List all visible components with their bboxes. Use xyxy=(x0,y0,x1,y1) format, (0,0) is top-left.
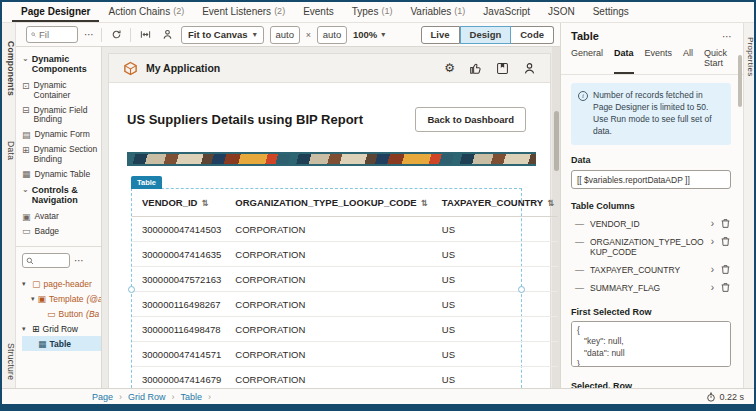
palette-item-dynamic-field-binding[interactable]: ⊟Dynamic Field Binding xyxy=(22,103,99,128)
table-row[interactable]: 300000047572163CORPORATIONUS xyxy=(132,267,558,292)
tree-collapse-icon[interactable]: ▾ xyxy=(22,325,29,333)
bookmark-icon[interactable] xyxy=(496,62,509,75)
mode-code-button[interactable]: Code xyxy=(511,26,554,44)
chevron-right-icon[interactable]: › xyxy=(711,265,714,275)
component-filter[interactable] xyxy=(26,26,78,43)
tree-item-button[interactable]: ▭ Button (Ba xyxy=(22,306,101,321)
drag-handle-icon[interactable]: — xyxy=(575,237,584,248)
palette-section-dynamic-components[interactable]: ⌄ Dynamic Components xyxy=(22,54,99,75)
sort-icon[interactable]: ⇅ xyxy=(201,198,208,208)
prop-tab-general[interactable]: General xyxy=(571,48,603,74)
back-to-dashboard-button[interactable]: Back to Dashboard xyxy=(415,107,526,132)
rail-tab-data[interactable]: Data xyxy=(2,141,16,160)
tab-page-designer[interactable]: Page Designer xyxy=(12,2,99,22)
trash-icon[interactable] xyxy=(720,218,731,229)
col-organization-type[interactable]: ORGANIZATION_TYPE_LOOKUP_CODE⇅ xyxy=(225,189,432,217)
refresh-icon[interactable] xyxy=(108,27,124,43)
rail-tab-structure[interactable]: Structure xyxy=(2,343,16,380)
mode-live-button[interactable]: Live xyxy=(421,26,460,44)
design-canvas[interactable]: My Application ⚙ US Suppliers Details us… xyxy=(109,54,550,388)
palette-item-dynamic-form[interactable]: ▤Dynamic Form xyxy=(22,128,99,143)
first-selected-row-textarea[interactable]: { "key": null, "data": null } xyxy=(571,321,731,367)
tree-collapse-icon[interactable]: ▾ xyxy=(22,280,29,288)
chevron-right-icon[interactable]: › xyxy=(711,219,714,229)
palette-item-dynamic-container[interactable]: ⊡Dynamic Container xyxy=(22,79,99,104)
trash-icon[interactable] xyxy=(720,282,731,293)
sort-icon[interactable]: ⇅ xyxy=(421,198,428,208)
dynamic-container-icon: ⊡ xyxy=(22,82,30,91)
breadcrumb-grid-row[interactable]: Grid Row xyxy=(128,392,166,402)
drag-handle-icon[interactable]: — xyxy=(575,265,584,276)
tab-settings[interactable]: Settings xyxy=(584,2,638,22)
data-expression-input[interactable] xyxy=(571,170,731,189)
search-icon xyxy=(26,257,34,265)
tree-collapse-icon[interactable]: ▾ xyxy=(31,295,35,303)
fit-to-canvas-select[interactable]: Fit to Canvas ▾ xyxy=(181,26,264,44)
col-vendor-id[interactable]: VENDOR_ID⇅ xyxy=(132,189,225,217)
rail-tab-components[interactable]: Components xyxy=(2,41,16,96)
selection-tag[interactable]: Table xyxy=(131,176,162,189)
prop-tab-quick-start[interactable]: Quick Start xyxy=(704,48,733,74)
canvas-toolbar: ⋯ Fit to Canvas ▾ × 100% ▾ Live Design C… xyxy=(16,23,560,47)
table-row[interactable]: 300000047414571CORPORATIONUS xyxy=(132,342,558,367)
tab-action-chains[interactable]: Action Chains(2) xyxy=(99,2,193,22)
device-user-icon[interactable] xyxy=(159,27,175,43)
tree-item-grid-row[interactable]: ▾ ⊞ Grid Row xyxy=(22,321,101,336)
canvas-height-input[interactable] xyxy=(317,26,347,44)
trash-icon[interactable] xyxy=(720,236,731,247)
column-item-organization-type[interactable]: — ORGANIZATION_TYPE_LOOKUP_CODE › xyxy=(571,233,731,261)
search-icon xyxy=(31,30,36,39)
column-item-vendor-id[interactable]: — VENDOR_ID › xyxy=(571,215,731,233)
structure-overflow-icon[interactable]: ⋯ xyxy=(74,255,85,266)
zoom-select[interactable]: 100% ▾ xyxy=(353,29,385,40)
palette-item-dynamic-table[interactable]: ▦Dynamic Table xyxy=(22,167,99,182)
tab-json[interactable]: JSON xyxy=(539,2,584,22)
table-row[interactable]: 300000047414503CORPORATIONUS xyxy=(132,217,558,242)
component-filter-input[interactable] xyxy=(39,29,73,40)
tab-types[interactable]: Types(1) xyxy=(343,2,402,22)
properties-overflow-icon[interactable]: ⋯ xyxy=(722,31,733,42)
palette-item-avatar[interactable]: ▣Avatar xyxy=(22,210,99,225)
thumbs-up-icon[interactable] xyxy=(469,62,482,75)
chevron-right-icon[interactable]: › xyxy=(711,237,714,247)
palette-section-controls-navigation[interactable]: ⌄ Controls & Navigation xyxy=(22,185,99,206)
tree-item-template[interactable]: ▾ ▣ Template (@a xyxy=(22,291,101,306)
drag-handle-icon[interactable]: — xyxy=(575,283,584,294)
structure-search[interactable] xyxy=(22,253,70,268)
tree-item-table[interactable]: ▦ Table xyxy=(22,336,101,351)
col-taxpayer-country[interactable]: TAXPAYER_COUNTRY⇅ xyxy=(432,189,558,217)
tree-item-page-header[interactable]: ▾ ▢ page-header xyxy=(22,276,101,291)
tab-events[interactable]: Events xyxy=(294,2,343,22)
rail-tab-properties[interactable]: Properties xyxy=(744,37,755,76)
page-designer-window: Page Designer Action Chains(2) Event Lis… xyxy=(0,0,756,411)
palette-item-badge[interactable]: ▭Badge xyxy=(22,224,99,239)
drag-handle-icon[interactable]: — xyxy=(575,219,584,230)
prop-tab-events[interactable]: Events xyxy=(645,48,673,74)
table-row[interactable]: 300000047414635CORPORATIONUS xyxy=(132,242,558,267)
user-icon[interactable] xyxy=(523,62,536,75)
table-row[interactable]: 300000116498267CORPORATIONUS xyxy=(132,292,558,317)
column-item-summary-flag[interactable]: — SUMMARY_FLAG › xyxy=(571,279,731,297)
palette-overflow-icon[interactable]: ⋯ xyxy=(84,29,95,40)
column-item-taxpayer-country[interactable]: — TAXPAYER_COUNTRY › xyxy=(571,261,731,279)
prop-tab-all[interactable]: All xyxy=(683,48,693,74)
properties-scrollbar-thumb[interactable] xyxy=(738,55,742,107)
trash-icon[interactable] xyxy=(720,264,731,275)
canvas-width-input[interactable] xyxy=(270,26,300,44)
prop-tab-data[interactable]: Data xyxy=(614,48,634,74)
tab-javascript[interactable]: JavaScript xyxy=(474,2,539,22)
gear-icon[interactable]: ⚙ xyxy=(444,62,455,74)
chevron-right-icon[interactable]: › xyxy=(711,283,714,293)
breadcrumb-table[interactable]: Table xyxy=(181,392,203,402)
table-row[interactable]: 300000047414679CORPORATIONUS xyxy=(132,367,558,389)
selected-table-component[interactable]: Table VENDOR_ID⇅ ORGANIZATION_TYPE_LOOKU… xyxy=(131,188,522,388)
sort-icon[interactable]: ⇅ xyxy=(547,198,554,208)
canvas-scrollbar-thumb[interactable] xyxy=(554,111,559,171)
tab-variables[interactable]: Variables(1) xyxy=(401,2,474,22)
tab-event-listeners[interactable]: Event Listeners(2) xyxy=(193,2,294,22)
mode-design-button[interactable]: Design xyxy=(460,26,512,44)
palette-item-dynamic-section-binding[interactable]: ⊞Dynamic Section Binding xyxy=(22,143,99,168)
table-row[interactable]: 300000116498478CORPORATIONUS xyxy=(132,317,558,342)
breadcrumb-page[interactable]: Page xyxy=(92,392,113,402)
resize-bounds-icon[interactable] xyxy=(137,27,153,43)
